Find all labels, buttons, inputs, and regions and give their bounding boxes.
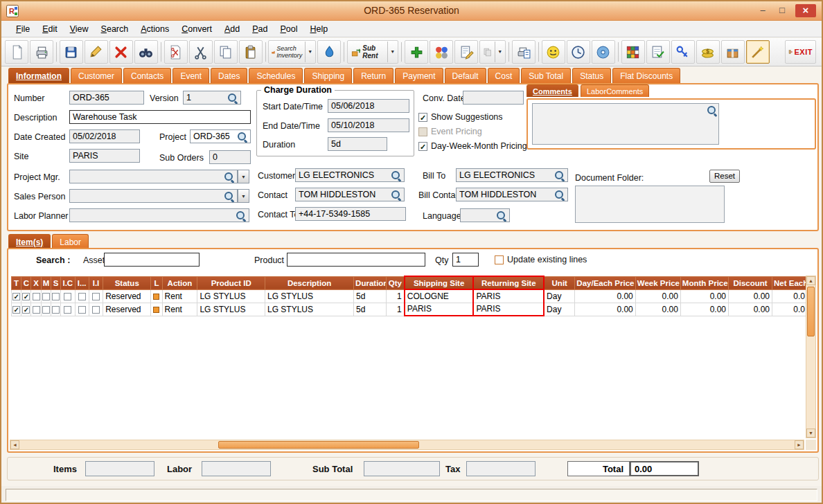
number-field[interactable]: ORD-365	[69, 91, 144, 105]
row-checkbox[interactable]	[64, 293, 71, 300]
table-row[interactable]: ✓ ✓ Reserved Rent LG STYLUS LG STYLUS 5d…	[12, 289, 808, 303]
row-checkbox[interactable]	[52, 293, 60, 300]
tab-customer[interactable]: Customer	[71, 68, 122, 83]
cell-description[interactable]: LG STYLUS	[265, 303, 354, 316]
edit-note-button[interactable]	[454, 40, 478, 64]
col-header-shipping-site[interactable]: Shipping Site	[405, 276, 474, 289]
document-folder-box[interactable]	[575, 186, 725, 223]
lookup-icon[interactable]	[227, 93, 238, 103]
cell-status[interactable]: Reserved	[103, 289, 151, 303]
comments-textarea[interactable]	[532, 103, 719, 145]
lookup-icon[interactable]	[554, 170, 565, 181]
row-checkbox[interactable]: ✓	[22, 293, 30, 300]
tab-labor[interactable]: Labor	[52, 234, 89, 248]
vertical-scrollbar[interactable]: ▲ ▼	[806, 276, 816, 438]
tab-contacts[interactable]: Contacts	[123, 68, 171, 83]
contact-field[interactable]: TOM HIDDLESTON	[295, 188, 405, 201]
lookup-icon[interactable]	[237, 132, 247, 142]
sales-person-field[interactable]	[69, 189, 238, 203]
minimize-button[interactable]: –	[754, 4, 772, 17]
row-checkbox[interactable]	[64, 306, 71, 314]
customer-field[interactable]: LG ELECTRONICS	[295, 168, 405, 182]
col-header-status[interactable]: Status	[103, 276, 151, 289]
col-header[interactable]: I.C	[61, 276, 75, 289]
update-lines-checkbox[interactable]	[495, 255, 504, 264]
search-inventory-button[interactable]: Search Inventory ▼	[268, 40, 316, 64]
cell-unit[interactable]: Day	[544, 289, 575, 303]
close-button[interactable]: ×	[795, 4, 816, 17]
description-field[interactable]: Warehouse Task	[69, 110, 251, 124]
lookup-icon[interactable]	[391, 190, 401, 200]
col-header[interactable]: S	[51, 276, 60, 289]
horizontal-scroll-thumb[interactable]	[218, 441, 419, 449]
row-checkbox[interactable]	[42, 293, 50, 300]
dropdown-arrow-icon[interactable]: ▼	[305, 42, 312, 62]
cell-qty[interactable]: 1	[386, 303, 404, 316]
crew-button[interactable]	[542, 40, 565, 64]
vertical-scroll-thumb[interactable]	[807, 287, 815, 336]
col-header-product-id[interactable]: Product ID	[197, 276, 265, 289]
cell-returning-site[interactable]: PARIS	[473, 303, 544, 316]
save-button[interactable]	[60, 40, 83, 64]
lookup-icon[interactable]	[224, 191, 234, 201]
product-input[interactable]	[287, 253, 425, 267]
sales-person-dropdown-button[interactable]: ▼	[238, 189, 249, 203]
tab-comments[interactable]: Comments	[526, 84, 578, 97]
scroll-up-button[interactable]: ▲	[806, 276, 815, 285]
date-created-field[interactable]: 05/02/2018	[69, 129, 140, 143]
tab-items[interactable]: Item(s)	[8, 234, 51, 248]
disc-button[interactable]	[592, 40, 615, 64]
project-mgr-field[interactable]	[69, 170, 238, 183]
row-checkbox[interactable]	[52, 306, 60, 314]
bill-to-field[interactable]: LG ELECTRONICS	[456, 168, 568, 182]
labor-planner-field[interactable]	[69, 208, 249, 222]
cell-action[interactable]: Rent	[162, 289, 197, 303]
start-datetime-field[interactable]: 05/06/2018	[328, 99, 409, 113]
col-header-unit[interactable]: Unit	[544, 276, 575, 289]
delete-button[interactable]	[109, 40, 133, 64]
col-header-returning-site[interactable]: Returning Site	[473, 276, 544, 289]
menu-edit[interactable]: Edit	[36, 22, 64, 36]
col-header-net-each[interactable]: Net Each	[772, 276, 808, 289]
dropdown-arrow-icon[interactable]: ▼	[387, 42, 395, 62]
notes-button[interactable]	[646, 40, 670, 64]
horizontal-scrollbar[interactable]: ◄ ►	[10, 440, 804, 450]
add-line-button[interactable]	[405, 40, 428, 64]
col-header-month-price[interactable]: Month Price	[680, 276, 728, 289]
cell-month-price[interactable]: 0.00	[680, 303, 728, 316]
cell-qty[interactable]: 1	[386, 289, 404, 303]
edit-button[interactable]	[85, 40, 108, 64]
tab-flat-discounts[interactable]: Flat Discounts	[612, 68, 680, 83]
col-header-discount[interactable]: Discount	[728, 276, 772, 289]
row-checkbox[interactable]	[78, 293, 86, 300]
col-header[interactable]: X	[31, 276, 41, 289]
key-button[interactable]	[671, 40, 695, 64]
scroll-right-button[interactable]: ►	[795, 440, 804, 449]
scroll-left-button[interactable]: ◄	[10, 440, 19, 449]
tab-cost[interactable]: Cost	[488, 68, 520, 83]
row-checkbox[interactable]	[78, 306, 86, 314]
cell-discount[interactable]: 0.00	[728, 289, 772, 303]
cell-net-each[interactable]: 0.0	[772, 303, 808, 316]
site-field[interactable]: PARIS	[69, 149, 140, 163]
cell-discount[interactable]: 0.00	[728, 303, 772, 316]
tab-schedules[interactable]: Schedules	[249, 68, 303, 83]
row-checkbox[interactable]	[33, 293, 40, 300]
cell-product-id[interactable]: LG STYLUS	[197, 303, 265, 316]
new-button[interactable]	[5, 40, 28, 64]
project-field[interactable]: ORD-365	[190, 129, 251, 143]
cell-day-price[interactable]: 0.00	[575, 289, 635, 303]
table-row[interactable]: ✓ ✓ Reserved Rent LG STYLUS LG STYLUS 5d…	[12, 303, 808, 316]
col-header[interactable]: T	[12, 276, 21, 289]
row-checkbox[interactable]	[42, 306, 50, 314]
menu-view[interactable]: View	[64, 22, 95, 36]
version-field[interactable]: 1	[183, 91, 241, 105]
cell-month-price[interactable]: 0.00	[680, 289, 728, 303]
qty-input[interactable]: 1	[452, 253, 479, 267]
tab-labor-comments[interactable]: LaborComments	[581, 84, 649, 97]
cut-document-button[interactable]	[164, 40, 188, 64]
cell-unit[interactable]: Day	[544, 303, 575, 316]
cut-button[interactable]	[189, 40, 213, 64]
menu-pad[interactable]: Pad	[246, 22, 274, 36]
menu-convert[interactable]: Convert	[175, 22, 218, 36]
